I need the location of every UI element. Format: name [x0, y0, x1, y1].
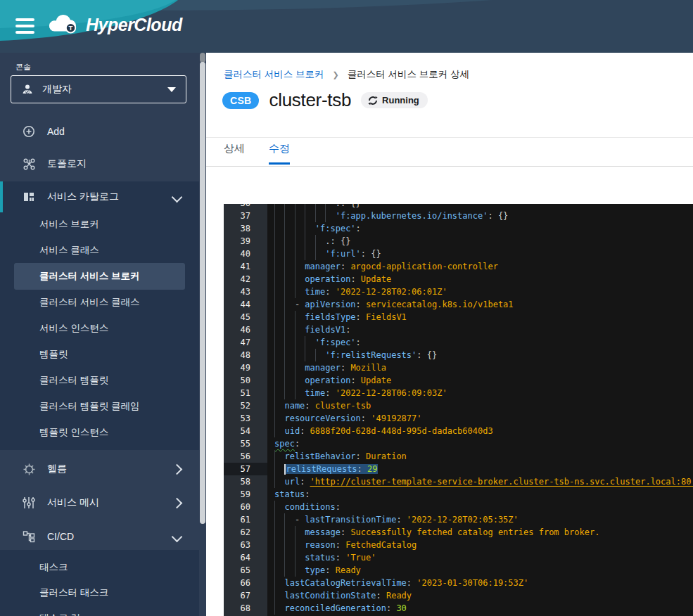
sidebar-item-service-mesh[interactable]: 서비스 메시 — [0, 489, 199, 516]
sidebar-item-service-broker[interactable]: 서비스 브로커 — [0, 211, 199, 237]
tab-edit[interactable]: 수정 — [269, 142, 290, 165]
code-line[interactable]: 37'f:app.kubernetes.io/instance': {} — [224, 210, 693, 222]
line-number: 37 — [224, 210, 267, 222]
sidebar-section-cicd: 태스크 클러스터 태스크 태스크 런 — [0, 550, 199, 616]
code-line[interactable]: 60conditions: — [224, 501, 693, 513]
code-line[interactable]: 59status: — [224, 488, 693, 501]
code-line[interactable]: 66lastCatalogRetrievalTime: '2023-01-30T… — [224, 577, 693, 589]
service-catalog-icon — [21, 190, 37, 204]
sidebar-item-cluster-service-class[interactable]: 클러스터 서비스 클래스 — [0, 289, 199, 315]
tab-detail[interactable]: 상세 — [224, 142, 245, 165]
code-line[interactable]: 51time: '2022-12-28T06:09:03Z' — [224, 387, 693, 399]
sidebar-item-service-instance[interactable]: 서비스 인스턴스 — [0, 315, 199, 341]
line-number: 57 — [224, 463, 267, 475]
code-line[interactable]: 65type: Ready — [224, 564, 693, 577]
code-line[interactable]: 61- lastTransitionTime: '2022-12-28T02:0… — [224, 513, 693, 526]
tab-bar: 상세 수정 — [224, 142, 290, 165]
code-line[interactable]: 39.: {} — [224, 235, 693, 248]
code-line[interactable]: 62message: Successfully fetched catalog … — [224, 526, 693, 539]
line-number: 47 — [224, 336, 267, 349]
code-line[interactable]: 52name: cluster-tsb — [224, 399, 693, 412]
sidebar-item-task-run[interactable]: 태스크 런 — [0, 605, 199, 616]
line-number: 41 — [224, 260, 267, 273]
code-line[interactable]: 64status: 'True' — [224, 551, 693, 564]
sidebar-item-label: CI/CD — [47, 531, 74, 542]
chevron-right-icon — [172, 463, 183, 475]
helm-icon — [21, 462, 37, 477]
sidebar-item-helm[interactable]: 헬름 — [0, 456, 199, 482]
chevron-right-icon — [172, 497, 183, 508]
line-number: 54 — [224, 425, 267, 437]
chevron-down-icon — [172, 532, 183, 543]
line-number: 56 — [224, 450, 267, 463]
code-line[interactable]: 63reason: FetchedCatalog — [224, 539, 693, 551]
topology-icon — [21, 157, 37, 172]
code-line[interactable]: 57relistRequests: 29 — [224, 463, 693, 475]
code-line[interactable]: 48'f:relistRequests': {} — [224, 349, 693, 361]
line-number: 65 — [224, 564, 267, 577]
code-line[interactable]: 58url: 'http://cluster-template-service-… — [224, 475, 693, 488]
sidebar-item-label: 토폴로지 — [47, 158, 87, 170]
sidebar-item-label: 헬름 — [47, 463, 67, 475]
code-line[interactable]: 44- apiVersion: servicecatalog.k8s.io/v1… — [224, 298, 693, 311]
code-line[interactable]: 54uid: 6888f20d-628d-448d-995d-dadacb604… — [224, 425, 693, 437]
line-number: 68 — [224, 602, 267, 615]
scrollbar-thumb[interactable] — [200, 62, 205, 524]
sidebar: 콘솔 개발자 Add 토폴로지 — [0, 53, 199, 616]
sidebar-item-cluster-task[interactable]: 클러스터 태스크 — [0, 579, 199, 605]
code-line[interactable]: 42operation: Update — [224, 273, 693, 285]
code-line[interactable]: 38'f:spec': — [224, 222, 693, 235]
code-line[interactable]: 46fieldsV1: — [224, 323, 693, 336]
line-number: 55 — [224, 437, 267, 450]
code-line[interactable]: 68reconciledGeneration: 30 — [224, 602, 693, 615]
svg-text:T: T — [69, 24, 73, 32]
hamburger-menu-button[interactable] — [15, 18, 34, 34]
sidebar-item-topology[interactable]: 토폴로지 — [0, 150, 199, 177]
brand-logo[interactable]: T HyperCloud — [46, 14, 182, 35]
sidebar-item-task[interactable]: 태스크 — [0, 554, 199, 580]
sidebar-item-cluster-template[interactable]: 클러스터 템플릿 — [0, 367, 199, 393]
code-line[interactable]: 67lastConditionState: Ready — [224, 589, 693, 602]
breadcrumb: 클러스터 서비스 브로커 ❯ 클러스터 서비스 브로커 상세 — [224, 68, 469, 81]
line-number: 63 — [224, 539, 267, 551]
sidebar-item-cluster-service-broker[interactable]: 클러스터 서비스 브로커 — [14, 263, 185, 290]
line-number: 50 — [224, 374, 267, 387]
code-line[interactable]: 43time: '2022-12-28T02:06:01Z' — [224, 285, 693, 298]
sidebar-item-cluster-template-claim[interactable]: 클러스터 템플릿 클레임 — [0, 393, 199, 419]
developer-user-icon — [21, 83, 34, 96]
line-number: 39 — [224, 235, 267, 248]
breadcrumb-current: 클러스터 서비스 브로커 상세 — [348, 68, 469, 81]
code-line[interactable]: 41manager: argocd-application-controller — [224, 260, 693, 273]
line-number: 42 — [224, 273, 267, 285]
sidebar-item-label: Add — [47, 126, 65, 137]
code-line[interactable]: 50operation: Update — [224, 374, 693, 387]
sidebar-item-label: 서비스 메시 — [47, 496, 99, 509]
code-line[interactable]: 47'f:spec': — [224, 336, 693, 349]
line-number: 40 — [224, 248, 267, 260]
cicd-pipeline-icon — [21, 530, 37, 544]
code-line[interactable]: 40'f:url': {} — [224, 248, 693, 260]
code-line[interactable]: 53resourceVersion: '49192877' — [224, 412, 693, 425]
line-number: 36 — [224, 204, 267, 210]
breadcrumb-link[interactable]: 클러스터 서비스 브로커 — [224, 68, 324, 81]
sidebar-item-template-instance[interactable]: 템플릿 인스턴스 — [0, 419, 199, 445]
sync-running-icon — [368, 96, 378, 105]
sidebar-item-template[interactable]: 템플릿 — [0, 341, 199, 367]
code-line[interactable]: 36.: {} — [224, 204, 693, 210]
sidebar-item-service-class[interactable]: 서비스 클래스 — [0, 237, 199, 263]
line-number: 44 — [224, 298, 267, 311]
line-number: 46 — [224, 323, 267, 336]
code-line[interactable]: 45fieldsType: FieldsV1 — [224, 311, 693, 323]
code-line[interactable]: 49manager: Mozilla — [224, 361, 693, 374]
perspective-dropdown[interactable]: 개발자 — [11, 75, 186, 103]
sidebar-item-service-catalog[interactable]: 서비스 카탈로그 — [0, 184, 199, 210]
yaml-editor[interactable]: 36.: {}37'f:app.kubernetes.io/instance':… — [224, 204, 693, 616]
sidebar-item-add[interactable]: Add — [0, 118, 199, 145]
status-text: Running — [382, 95, 419, 105]
code-line[interactable]: 56relistBehavior: Duration — [224, 450, 693, 463]
divider — [206, 137, 693, 138]
code-line[interactable]: 55spec: — [224, 437, 693, 450]
resource-title-row: CSB cluster-tsb Running — [222, 89, 428, 111]
caret-down-icon — [167, 87, 176, 92]
sidebar-item-cicd[interactable]: CI/CD — [0, 523, 199, 550]
